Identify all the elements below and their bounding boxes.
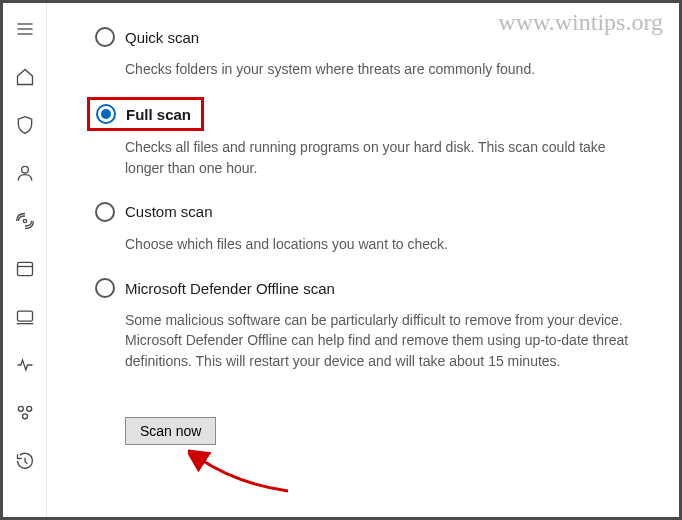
svg-point-10 <box>26 406 31 411</box>
radio-quick-scan[interactable]: Quick scan <box>87 21 639 53</box>
radio-selected-dot <box>101 109 111 119</box>
radio-button-icon <box>96 104 116 124</box>
shield-icon[interactable] <box>15 115 35 135</box>
svg-point-9 <box>18 406 23 411</box>
radio-label: Custom scan <box>125 203 213 220</box>
scan-description: Checks all files and running programs on… <box>125 137 639 178</box>
radio-label: Quick scan <box>125 29 199 46</box>
scan-options-panel: Quick scan Checks folders in your system… <box>47 3 679 517</box>
svg-line-13 <box>25 462 28 464</box>
radio-label: Microsoft Defender Offline scan <box>125 280 335 297</box>
svg-point-3 <box>21 166 28 173</box>
home-icon[interactable] <box>15 67 35 87</box>
scan-option-custom: Custom scan Choose which files and locat… <box>87 196 639 254</box>
family-icon[interactable] <box>15 403 35 423</box>
scan-option-offline: Microsoft Defender Offline scan Some mal… <box>87 272 639 371</box>
scan-option-quick: Quick scan Checks folders in your system… <box>87 21 639 79</box>
sidebar-nav <box>3 3 47 517</box>
history-icon[interactable] <box>15 451 35 471</box>
radio-button-icon <box>95 27 115 47</box>
svg-point-11 <box>22 414 27 419</box>
radio-offline-scan[interactable]: Microsoft Defender Offline scan <box>87 272 639 304</box>
scan-now-button[interactable]: Scan now <box>125 417 216 445</box>
svg-point-4 <box>23 219 26 222</box>
radio-button-icon <box>95 278 115 298</box>
scan-description: Checks folders in your system where thre… <box>125 59 639 79</box>
firewall-icon[interactable] <box>15 211 35 231</box>
device-icon[interactable] <box>15 307 35 327</box>
radio-custom-scan[interactable]: Custom scan <box>87 196 639 228</box>
radio-label: Full scan <box>126 106 191 123</box>
menu-icon[interactable] <box>15 19 35 39</box>
scan-option-full: Full scan Checks all files and running p… <box>87 97 639 178</box>
svg-rect-5 <box>17 262 32 275</box>
radio-full-scan[interactable]: Full scan <box>87 97 204 131</box>
app-browser-icon[interactable] <box>15 259 35 279</box>
performance-icon[interactable] <box>15 355 35 375</box>
scan-description: Some malicious software can be particula… <box>125 310 639 371</box>
account-icon[interactable] <box>15 163 35 183</box>
radio-button-icon <box>95 202 115 222</box>
scan-description: Choose which files and locations you wan… <box>125 234 639 254</box>
svg-rect-7 <box>17 311 32 321</box>
